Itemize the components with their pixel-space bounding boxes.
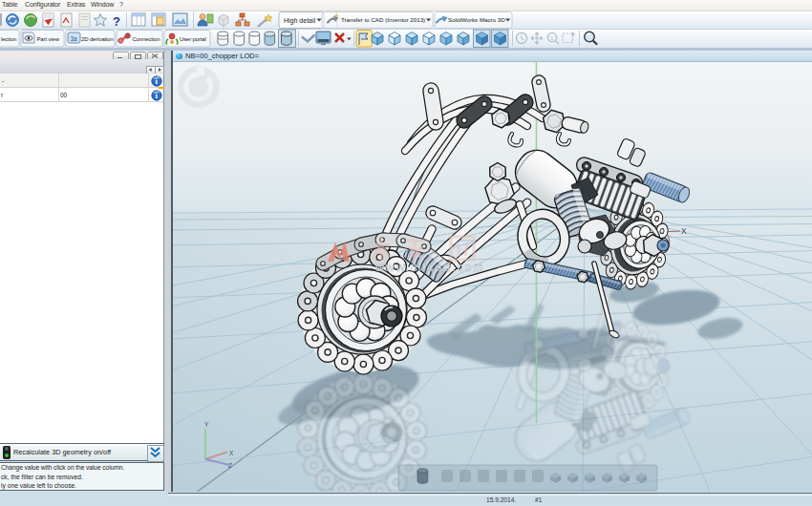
svg-text:Transfer to CAD (Inventor 2013: Transfer to CAD (Inventor 2013) <box>341 16 425 23</box>
svg-text:2D derivation: 2D derivation <box>81 36 113 42</box>
svg-text:SolidWorks Macro 3D: SolidWorks Macro 3D <box>448 16 505 23</box>
svg-text:User portal: User portal <box>180 36 206 42</box>
svg-text:Part view: Part view <box>37 36 60 42</box>
svg-text:3a: 3a <box>71 35 78 42</box>
svg-text:www.mfcad.com: www.mfcad.com <box>374 261 484 274</box>
svg-text:Y: Y <box>204 421 209 428</box>
svg-text:X: X <box>229 450 234 456</box>
svg-text:High detail: High detail <box>284 17 316 25</box>
svg-text:?: ? <box>113 14 120 29</box>
svg-text:1: 1 <box>550 35 554 41</box>
svg-text:X: X <box>681 226 687 236</box>
svg-text:Connection: Connection <box>133 36 160 42</box>
svg-text:lection: lection <box>1 36 16 42</box>
svg-text:Z: Z <box>228 462 232 469</box>
